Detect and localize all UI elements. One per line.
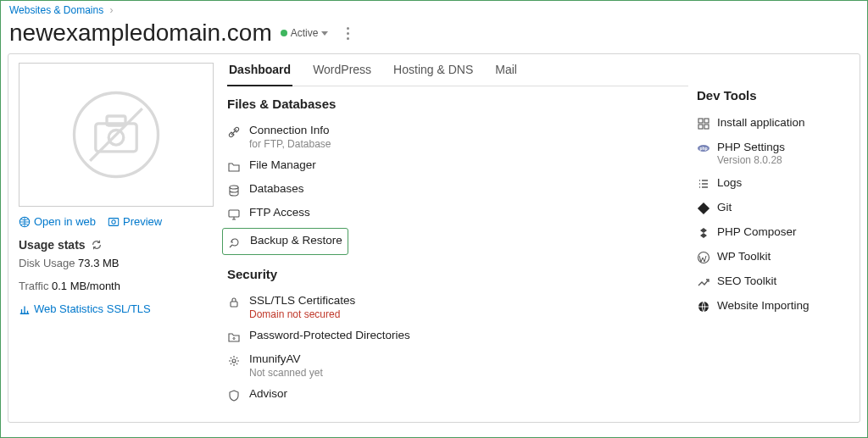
tab-wordpress[interactable]: WordPress — [311, 63, 373, 86]
list-icon — [697, 177, 710, 191]
connection-info-item[interactable]: Connection Info for FTP, Database — [227, 119, 688, 154]
tab-hosting-dns[interactable]: Hosting & DNS — [392, 63, 475, 86]
external-link-icon — [19, 216, 31, 228]
file-manager-item[interactable]: File Manager — [227, 154, 688, 178]
svg-rect-16 — [704, 125, 709, 129]
svg-point-12 — [232, 359, 236, 363]
dev-tools-heading: Dev Tools — [697, 88, 849, 103]
advisor-item[interactable]: Advisor — [227, 383, 688, 407]
usage-stats-heading: Usage stats — [19, 238, 227, 252]
svg-rect-19 — [698, 202, 709, 214]
files-databases-heading: Files & Databases — [227, 97, 688, 111]
eye-icon — [108, 216, 120, 228]
svg-point-11 — [233, 338, 235, 340]
page-title: newexampledomain.com — [9, 19, 272, 47]
lock-icon — [227, 296, 241, 309]
wp-toolkit-item[interactable]: WP Toolkit — [697, 245, 849, 269]
security-heading: Security — [227, 267, 688, 281]
svg-point-7 — [112, 219, 115, 223]
php-composer-item[interactable]: PHP Composer — [697, 220, 849, 245]
shield-icon — [227, 389, 241, 402]
database-icon — [227, 184, 241, 197]
tab-dashboard[interactable]: Dashboard — [227, 63, 292, 86]
main-column: Dashboard WordPress Hosting & DNS Mail F… — [227, 63, 697, 413]
databases-item[interactable]: Databases — [227, 178, 688, 202]
folder-icon — [227, 160, 241, 174]
site-preview-thumbnail[interactable] — [19, 63, 214, 207]
trend-icon — [697, 275, 710, 289]
backup-restore-item[interactable]: Backup & Restore — [222, 228, 348, 255]
svg-rect-15 — [698, 125, 703, 129]
chevron-right-icon: › — [107, 4, 114, 16]
logs-item[interactable]: Logs — [697, 171, 849, 196]
website-importing-item[interactable]: Website Importing — [697, 294, 849, 319]
svg-point-8 — [230, 186, 238, 189]
status-label: Active — [291, 27, 319, 39]
bar-chart-icon — [19, 303, 31, 315]
git-item[interactable]: Git — [697, 196, 849, 220]
wordpress-icon — [697, 251, 710, 264]
svg-rect-2 — [107, 116, 125, 125]
preview-link[interactable]: Preview — [108, 215, 162, 228]
svg-text:php: php — [699, 146, 707, 151]
left-column: Open in web Preview Usage stats Disk Usa… — [19, 63, 227, 413]
disk-usage-stat: Disk Usage 73.3 MB — [19, 257, 227, 269]
chevron-down-icon — [321, 31, 328, 36]
refresh-icon[interactable] — [91, 239, 103, 251]
php-icon: php — [697, 141, 710, 155]
breadcrumb-root-link[interactable]: Websites & Domains — [9, 4, 103, 16]
password-protected-dirs-item[interactable]: Password-Protected Directories — [227, 324, 688, 348]
git-icon — [697, 202, 710, 215]
breadcrumb: Websites & Domains › — [1, 1, 867, 18]
no-screenshot-icon — [70, 88, 163, 181]
more-menu-button[interactable] — [342, 24, 354, 43]
ssl-certificates-item[interactable]: SSL/TLS Certificates Domain not secured — [227, 290, 688, 324]
gear-icon — [227, 354, 241, 368]
protected-folder-icon — [227, 330, 241, 344]
svg-rect-10 — [231, 302, 237, 307]
globe-icon — [697, 300, 710, 313]
monitor-icon — [227, 208, 241, 221]
tab-bar: Dashboard WordPress Hosting & DNS Mail — [227, 63, 688, 86]
dashboard-card: Open in web Preview Usage stats Disk Usa… — [8, 53, 860, 423]
status-dot-icon — [281, 30, 287, 36]
restore-icon — [228, 236, 242, 249]
composer-icon — [697, 226, 710, 240]
dev-tools-column: Dev Tools Install application php PHP Se… — [697, 63, 849, 413]
connection-icon — [227, 125, 241, 139]
grid-icon — [697, 117, 710, 130]
svg-rect-14 — [704, 119, 709, 123]
traffic-stat: Traffic 0.1 MB/month — [19, 280, 227, 292]
install-application-item[interactable]: Install application — [697, 111, 849, 136]
seo-toolkit-item[interactable]: SEO Toolkit — [697, 269, 849, 294]
svg-rect-9 — [229, 210, 239, 217]
php-settings-item[interactable]: php PHP Settings Version 8.0.28 — [697, 136, 849, 171]
web-statistics-link[interactable]: Web Statistics SSL/TLS — [19, 302, 151, 315]
ftp-access-item[interactable]: FTP Access — [227, 202, 688, 225]
open-in-web-link[interactable]: Open in web — [19, 215, 96, 228]
status-dropdown[interactable]: Active — [281, 27, 329, 39]
imunifyav-item[interactable]: ImunifyAV Not scanned yet — [227, 348, 688, 383]
svg-rect-13 — [698, 119, 703, 123]
svg-rect-6 — [108, 218, 118, 225]
title-bar: newexampledomain.com Active — [1, 18, 867, 53]
svg-point-3 — [108, 130, 124, 146]
tab-mail[interactable]: Mail — [493, 63, 519, 86]
